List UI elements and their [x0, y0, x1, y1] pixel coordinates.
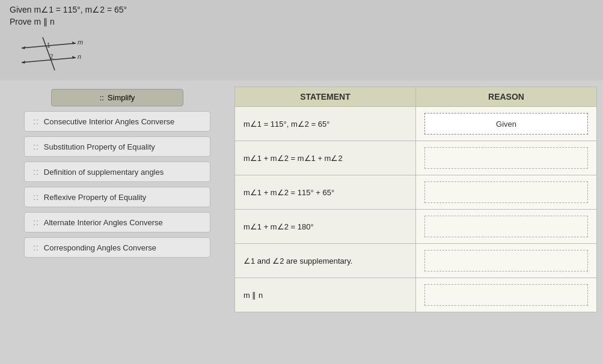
reason-box-2[interactable] [424, 181, 588, 203]
drag-item-definition-label: Definition of supplementary angles [44, 168, 164, 177]
simplify-button[interactable]: :: Simplify [51, 89, 183, 106]
reason-cell-5[interactable] [416, 278, 597, 312]
statement-cell-0: m∠1 = 115°, m∠2 = 65° [235, 107, 416, 141]
drag-item-reflexive-label: Reflexive Property of Equality [44, 193, 147, 202]
drag-item-reflexive[interactable]: :: Reflexive Property of Equality [24, 187, 210, 207]
svg-text:2: 2 [50, 53, 54, 60]
reason-box-0: Given [424, 113, 588, 135]
drag-handle-icon: :: [33, 142, 39, 151]
svg-text:n: n [78, 53, 81, 60]
main-content: :: Simplify :: Consecutive Interior Angl… [0, 80, 603, 318]
drag-item-substitution[interactable]: :: Substitution Property of Equality [24, 136, 210, 157]
drag-handle-icon: :: [33, 243, 39, 252]
drag-handle-icon: :: [33, 217, 39, 227]
drag-item-corresponding-label: Corresponding Angles Converse [44, 243, 156, 252]
proof-table-container: STATEMENT REASON m∠1 = 115°, m∠2 = 65°Gi… [234, 86, 597, 312]
statement-cell-4: ∠1 and ∠2 are supplementary. [235, 244, 416, 278]
reason-box-4[interactable] [424, 250, 588, 271]
drag-item-consecutive[interactable]: :: Consecutive Interior Angles Converse [24, 111, 210, 132]
reason-cell-0: Given [416, 107, 597, 141]
left-panel: :: Simplify :: Consecutive Interior Angl… [6, 86, 228, 312]
table-row: m∠1 + m∠2 = 180° [235, 210, 597, 244]
reason-box-5[interactable] [424, 284, 588, 306]
drag-item-substitution-label: Substitution Property of Equality [44, 142, 155, 151]
given-label: Given [10, 5, 34, 14]
prove-value: m ∥ n [34, 17, 54, 26]
table-row: m∠1 + m∠2 = m∠1 + m∠2 [235, 141, 597, 175]
drag-item-alternate[interactable]: :: Alternate Interior Angles Converse [24, 212, 210, 232]
prove-statement: Prove m ∥ n [10, 17, 593, 26]
table-row: ∠1 and ∠2 are supplementary. [235, 244, 597, 278]
reason-box-1[interactable] [424, 147, 588, 169]
reason-cell-2[interactable] [416, 175, 597, 210]
parallel-lines-diagram: 1 2 m n [16, 31, 88, 73]
statement-cell-5: m ∥ n [235, 278, 416, 312]
drag-item-consecutive-label: Consecutive Interior Angles Converse [44, 117, 175, 126]
statement-cell-1: m∠1 + m∠2 = m∠1 + m∠2 [235, 141, 416, 175]
svg-text:1: 1 [47, 42, 51, 49]
given-value: m∠1 = 115°, m∠2 = 65° [34, 5, 127, 14]
table-row: m∠1 + m∠2 = 115° + 65° [235, 175, 597, 210]
drag-item-corresponding[interactable]: :: Corresponding Angles Converse [24, 237, 210, 258]
svg-line-3 [22, 58, 76, 62]
table-row: m∠1 = 115°, m∠2 = 65°Given [235, 107, 597, 141]
table-row: m ∥ n [235, 278, 597, 312]
reason-cell-4[interactable] [416, 244, 597, 278]
col-header-statement: STATEMENT [235, 87, 416, 107]
drag-item-alternate-label: Alternate Interior Angles Converse [44, 218, 163, 227]
reason-cell-1[interactable] [416, 141, 597, 175]
prove-label: Prove [10, 17, 34, 26]
proof-table: STATEMENT REASON m∠1 = 115°, m∠2 = 65°Gi… [234, 86, 597, 312]
svg-text:m: m [78, 38, 83, 46]
drag-item-definition[interactable]: :: Definition of supplementary angles [24, 162, 210, 182]
drag-handle-icon: :: [33, 192, 39, 202]
statement-cell-3: m∠1 + m∠2 = 180° [235, 210, 416, 244]
statement-cell-2: m∠1 + m∠2 = 115° + 65° [235, 175, 416, 210]
simplify-label: Simplify [108, 93, 135, 102]
reason-cell-3[interactable] [416, 210, 597, 244]
reason-box-3[interactable] [424, 216, 588, 237]
drag-handle-icon: :: [33, 167, 39, 177]
col-header-reason: REASON [416, 87, 597, 107]
drag-handle-icon: :: [33, 117, 39, 126]
simplify-icon: :: [100, 93, 104, 102]
given-statement: Given m∠1 = 115°, m∠2 = 65° [10, 5, 593, 14]
